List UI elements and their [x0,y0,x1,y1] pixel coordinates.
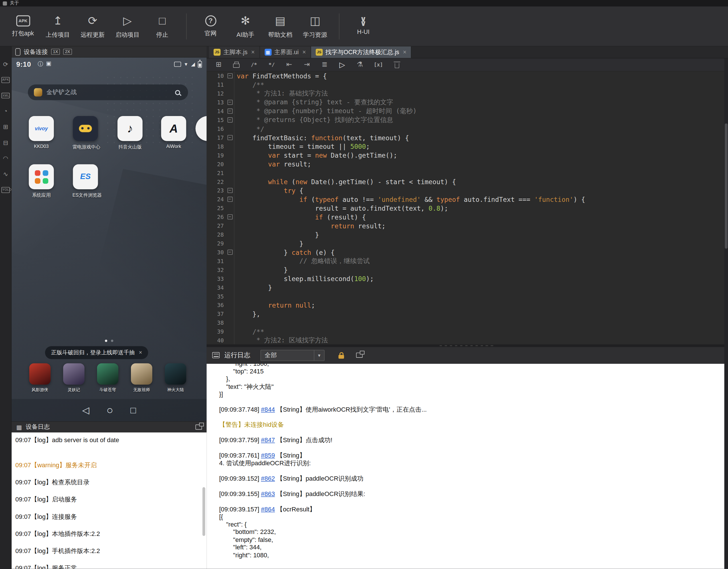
learn-resources-button[interactable]: ◫学习资源 [298,14,332,39]
log-link[interactable]: #864 [261,505,275,512]
code-editor[interactable]: 10−var FindTextMethods = {11 /**12 * 方法1… [207,72,728,344]
zoom-2x-button[interactable]: 2X [63,49,72,55]
tab-main-ui[interactable]: ▦主界面.ui× [260,46,311,58]
upload-project-button[interactable]: ↥上传项目 [41,14,75,39]
horizontal-splitter[interactable] [207,344,728,347]
nav-recents-button[interactable]: □ [130,406,136,415]
fold-marker[interactable]: − [226,250,234,255]
print-icon[interactable] [232,62,240,68]
run-log-line: "text": "神火大陆" [219,383,728,391]
run-log-line: "right": 1080, [219,551,728,559]
nav-home-button[interactable]: ○ [106,404,113,416]
editor-scrollbar-track[interactable] [724,58,728,569]
wifi-icon[interactable]: ◠ [3,155,8,161]
app-shortcut[interactable]: 风影游侠 [29,363,51,393]
tab-ocr-methods[interactable]: JS找字与OCR方法终极汇总.js× [311,46,411,58]
xml-icon[interactable]: XML [1,93,10,98]
log-filter-select[interactable]: 全部 ▼ [260,349,325,360]
app-shortcut[interactable]: 斗破苍穹 [97,363,119,393]
apk-icon[interactable]: APK [1,77,10,83]
app-shortcut[interactable]: 灵妖记 [63,363,85,393]
run-log-line [219,467,728,475]
popout-icon[interactable] [195,424,202,429]
log-link[interactable]: #862 [261,475,275,482]
tab-close-icon[interactable]: × [302,49,306,56]
log-link[interactable]: #863 [261,490,275,497]
ai-assistant-button[interactable]: ✻AI助手 [228,14,263,39]
help-docs-button[interactable]: ▤帮助文档 [263,14,298,39]
run-log-line: [{ [219,513,728,521]
chevron-down-icon[interactable]: ▼ [314,350,324,360]
code-text: while (new Date().getTime() - start < ti… [237,178,456,185]
format-icon[interactable]: ≣ [321,61,328,68]
line-number: 25 [207,205,226,212]
test-icon[interactable]: ⚗ [356,61,363,68]
tab-close-icon[interactable]: × [251,49,255,56]
app-shortcut[interactable]: 雷电游戏中心 [72,116,98,150]
delete-icon[interactable] [393,62,401,68]
run-icon[interactable]: ▷ [339,61,346,68]
official-site-button[interactable]: ?官网 [193,15,228,37]
yolo-icon[interactable]: YOLO [1,187,10,193]
app-icon: vivoy [29,116,54,141]
run-log-line [219,444,728,452]
zoom-1x-button[interactable]: 1X [51,49,60,55]
fold-marker[interactable]: − [226,135,234,140]
search-icon[interactable] [175,90,180,95]
device-log-scrollbar[interactable] [203,487,205,536]
log-link[interactable]: #844 [261,406,275,413]
app-shortcut[interactable]: 神火大陆 [164,363,187,393]
sync-icon[interactable]: ⟳ [3,61,8,67]
h-ui-button[interactable]: ∨∨H-UI [346,17,381,35]
fold-marker[interactable]: − [226,188,234,193]
device-screen-mirror[interactable]: 9:10 ⓘ▣ ▼ ◢ 金铲铲之战 vivoyKKD03雷电游戏中心♪抖音火山版… [12,58,207,421]
app-shortcut[interactable]: 系统应用 [28,164,54,199]
line-number: 37 [207,311,226,317]
code-line: 20 var result; [207,160,728,169]
log-link[interactable]: #859 [261,452,275,459]
log-link[interactable]: #847 [261,437,275,443]
new-grid-icon[interactable]: ⊞ [215,61,223,68]
pack-apk-button[interactable]: APK打包apk [6,15,41,37]
line-number: 28 [207,231,226,238]
fold-marker[interactable]: − [226,118,234,123]
app-shortcut[interactable]: AAiWork [161,116,187,149]
start-project-button[interactable]: ▷启动项目 [110,14,145,39]
phone-search-bar[interactable]: 金铲铲之战 [28,84,188,100]
usb-icon[interactable]: ∿ [3,171,8,177]
line-number: 30 [207,249,226,256]
scroll-lock-icon[interactable] [339,352,344,358]
stop-project-button[interactable]: □停止 [145,14,180,39]
tab-main-script[interactable]: JS主脚本.js× [209,46,260,58]
popout-icon[interactable] [356,353,363,358]
banner-close-icon[interactable]: × [139,349,142,356]
indent-icon[interactable]: ⇥ [303,61,311,68]
promo-banner[interactable]: 正版斗破回归，登录上线即送千抽 × [45,346,148,359]
fold-marker[interactable]: − [226,73,234,78]
outdent-icon[interactable]: ⇤ [286,61,293,68]
menu-about[interactable]: 关于 [10,0,19,7]
node-tree-icon[interactable]: ⊟ [3,140,8,146]
layout-inspector-icon[interactable]: ⊞ [3,124,8,130]
app-shortcut[interactable]: ♪抖音火山版 [117,116,143,150]
remote-update-button[interactable]: ⟳远程更新 [75,14,110,39]
line-number: 29 [207,240,226,247]
app-icon-partial[interactable] [195,116,207,141]
code-text: var result; [237,160,311,168]
fold-marker[interactable]: − [226,109,234,114]
fold-marker[interactable]: − [226,214,234,220]
close-x-icon[interactable]: [x] [374,62,383,67]
app-shortcut[interactable]: 无敌祖师 [130,363,153,393]
code-line: 25 result = auto.findText(text, 0.8); [207,204,728,213]
tab-close-icon[interactable]: × [403,49,406,56]
fold-marker[interactable]: − [226,100,234,105]
editor-scrollbar-thumb[interactable] [725,124,728,249]
app-label: KKD03 [28,144,54,149]
comment-close-icon[interactable]: */ [268,62,275,67]
fold-marker[interactable]: − [226,197,234,202]
comment-open-icon[interactable]: /* [250,62,258,67]
nav-back-button[interactable]: ◁ [82,406,89,415]
app-shortcut[interactable]: vivoyKKD03 [28,116,54,149]
theme-icon[interactable]: ◔ [4,108,7,114]
app-shortcut[interactable]: ESES文件浏览器 [72,164,98,199]
